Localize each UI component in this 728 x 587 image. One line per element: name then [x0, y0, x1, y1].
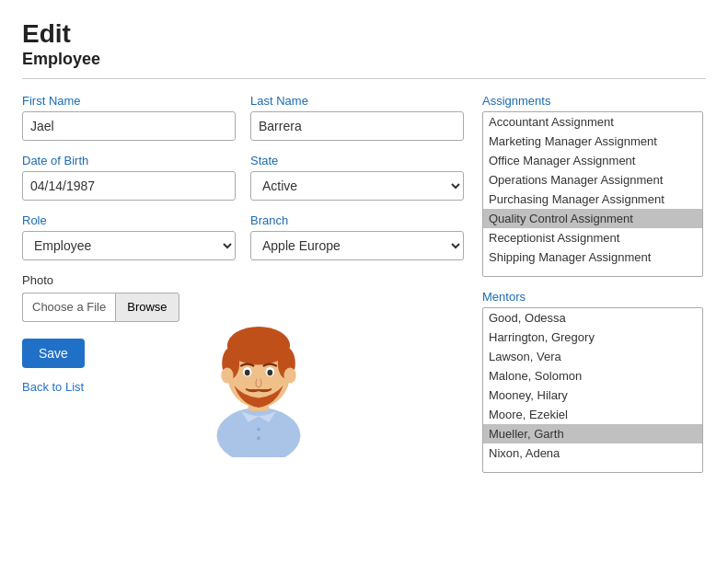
- file-chosen-text: Choose a File: [22, 293, 115, 322]
- list-item[interactable]: Purchasing Manager Assignment: [483, 190, 702, 209]
- role-label: Role: [22, 213, 236, 227]
- file-input-row: Choose a File Browse: [22, 293, 179, 322]
- svg-point-12: [257, 427, 260, 431]
- form-left-column: First Name Last Name Date of Birth State…: [22, 94, 464, 486]
- list-item[interactable]: Quality Control Assignment: [483, 209, 702, 228]
- photo-section: Photo Choose a File Browse Save Back to …: [22, 273, 179, 394]
- list-item[interactable]: Shipping Manager Assignment: [483, 247, 702, 267]
- back-to-list-link[interactable]: Back to List: [22, 380, 84, 394]
- role-select[interactable]: EmployeeManagerAdmin: [22, 231, 236, 260]
- dob-label: Date of Birth: [22, 154, 236, 167]
- svg-point-13: [257, 436, 260, 440]
- page-title: Edit: [22, 18, 706, 50]
- list-item[interactable]: Good, Odessa: [483, 308, 702, 328]
- svg-point-0: [216, 408, 300, 457]
- photo-label: Photo: [22, 273, 179, 287]
- assignments-listbox[interactable]: Accountant AssignmentMarketing Manager A…: [482, 111, 703, 277]
- avatar: [194, 292, 323, 457]
- avatar-area: [194, 273, 323, 457]
- state-label: State: [250, 154, 464, 167]
- svg-point-10: [244, 369, 249, 375]
- dob-state-row: Date of Birth State ActiveInactivePendin…: [22, 154, 464, 201]
- state-group: State ActiveInactivePending: [250, 154, 464, 201]
- list-item[interactable]: Malone, Solomon: [483, 366, 702, 386]
- list-item[interactable]: Moore, Ezekiel: [483, 405, 702, 424]
- svg-point-6: [221, 367, 233, 383]
- last-name-group: Last Name: [250, 94, 464, 141]
- mentors-listbox[interactable]: Good, OdessaHarrington, GregoryLawson, V…: [482, 307, 703, 473]
- list-item[interactable]: Receptionist Assignment: [483, 228, 702, 247]
- list-item[interactable]: Mooney, Hilary: [483, 386, 702, 405]
- last-name-label: Last Name: [250, 94, 464, 108]
- dob-input[interactable]: [22, 171, 236, 201]
- browse-button[interactable]: Browse: [115, 293, 179, 322]
- list-item[interactable]: Mueller, Garth: [483, 424, 702, 443]
- branch-group: Branch Apple EuropeApple USApple Asia: [250, 213, 464, 260]
- list-item[interactable]: Office Manager Assignment: [483, 151, 702, 170]
- divider: [22, 78, 706, 79]
- form-right-column: Assignments Accountant AssignmentMarketi…: [482, 94, 706, 486]
- save-button[interactable]: Save: [22, 339, 85, 368]
- svg-point-11: [267, 369, 272, 375]
- state-select[interactable]: ActiveInactivePending: [250, 171, 464, 201]
- page-subtitle: Employee: [22, 50, 706, 69]
- branch-label: Branch: [250, 213, 464, 227]
- branch-select[interactable]: Apple EuropeApple USApple Asia: [250, 231, 464, 260]
- first-name-group: First Name: [22, 94, 236, 141]
- first-name-input[interactable]: [22, 111, 236, 141]
- list-item[interactable]: Operations Manager Assignment: [483, 170, 702, 190]
- name-row: First Name Last Name: [22, 94, 464, 141]
- mentors-label: Mentors: [482, 290, 706, 304]
- assignments-label: Assignments: [482, 94, 706, 108]
- list-item[interactable]: Lawson, Vera: [483, 347, 702, 366]
- svg-point-7: [283, 367, 295, 383]
- first-name-label: First Name: [22, 94, 236, 108]
- role-group: Role EmployeeManagerAdmin: [22, 213, 236, 260]
- list-item[interactable]: Nixon, Adena: [483, 443, 702, 463]
- last-name-input[interactable]: [250, 111, 464, 141]
- list-item[interactable]: Harrington, Gregory: [483, 328, 702, 347]
- dob-group: Date of Birth: [22, 154, 236, 201]
- list-item[interactable]: Marketing Manager Assignment: [483, 132, 702, 151]
- list-item[interactable]: Accountant Assignment: [483, 112, 702, 132]
- role-branch-row: Role EmployeeManagerAdmin Branch Apple E…: [22, 213, 464, 260]
